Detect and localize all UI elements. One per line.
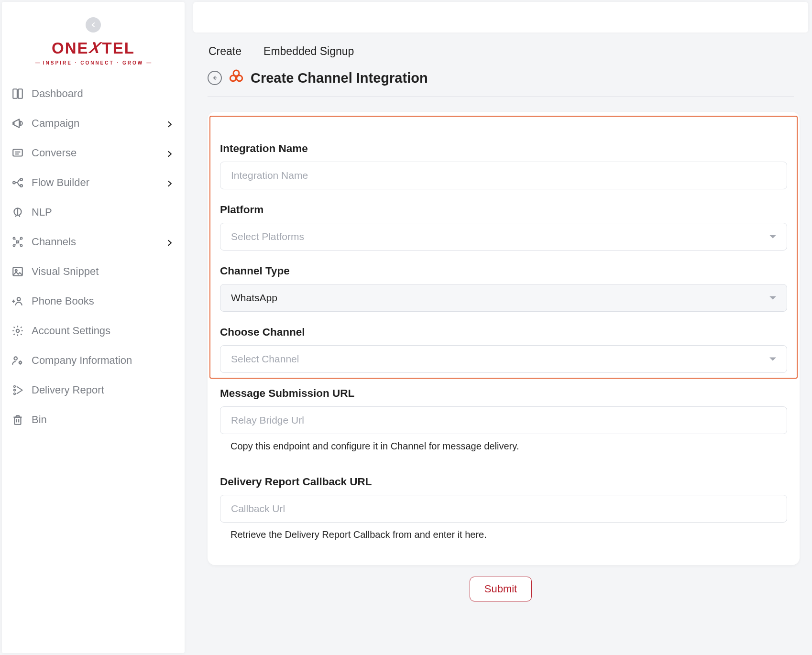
- platform-select[interactable]: Select Platforms: [220, 223, 787, 251]
- tab-embedded-signup[interactable]: Embedded Signup: [263, 45, 354, 58]
- integration-icon: [229, 69, 244, 87]
- label-choose-channel: Choose Channel: [220, 326, 787, 338]
- callback-url-input[interactable]: [231, 495, 776, 522]
- label-channel-type: Channel Type: [220, 265, 787, 277]
- page-title: Create Channel Integration: [251, 70, 428, 86]
- caret-down-icon: [769, 296, 776, 300]
- sidebar-item-label: Delivery Report: [32, 384, 104, 396]
- trash-icon: [11, 413, 25, 427]
- channel-type-value: WhatsApp: [231, 292, 277, 304]
- message-url-input[interactable]: [231, 407, 776, 434]
- logo-part-tel: TEL: [102, 39, 135, 57]
- person-add-icon: [11, 294, 25, 308]
- sidebar-item-label: Converse: [32, 147, 77, 159]
- sidebar-item-label: Flow Builder: [32, 176, 89, 189]
- form-card: Integration Name Platform Select Platfor…: [208, 112, 800, 565]
- chevron-right-icon: [165, 178, 174, 187]
- topbar: [193, 2, 808, 33]
- back-button[interactable]: [208, 71, 222, 85]
- image-icon: [11, 264, 25, 279]
- submit-button[interactable]: Submit: [470, 577, 532, 601]
- platform-select-value: Select Platforms: [231, 231, 304, 242]
- chevron-right-icon: [165, 238, 174, 246]
- chevron-right-icon: [165, 119, 174, 128]
- choose-channel-value: Select Channel: [231, 353, 299, 365]
- flow-icon: [11, 175, 25, 190]
- sidebar-item-account-settings[interactable]: Account Settings: [4, 316, 183, 346]
- sidebar-item-visual-snippet[interactable]: Visual Snippet: [4, 257, 183, 286]
- integration-name-input[interactable]: [231, 162, 776, 189]
- sidebar-item-label: Account Settings: [32, 325, 110, 337]
- sidebar-item-nlp[interactable]: NLP: [4, 197, 183, 227]
- callback-url-field[interactable]: [220, 495, 787, 523]
- sidebar-item-dashboard[interactable]: Dashboard: [4, 79, 183, 109]
- chevron-left-icon: [90, 22, 97, 28]
- sidebar-item-company-information[interactable]: Company Information: [4, 346, 183, 375]
- label-callback-url: Delivery Report Callback URL: [220, 476, 787, 488]
- gear-icon: [11, 324, 25, 338]
- sidebar-collapse-button[interactable]: [86, 17, 101, 33]
- brand-tagline: INSPIRE · CONNECT · GROW: [2, 60, 185, 66]
- sidebar-item-channels[interactable]: Channels: [4, 227, 183, 257]
- callback-url-help: Retrieve the Delivery Report Callback fr…: [220, 529, 787, 540]
- page-header: Create Channel Integration: [193, 69, 808, 87]
- tabs: Create Embedded Signup: [193, 33, 808, 69]
- message-url-field[interactable]: [220, 406, 787, 434]
- logo-part-one: ONE: [52, 39, 89, 57]
- caret-down-icon: [769, 235, 776, 239]
- sidebar-item-label: Campaign: [32, 117, 79, 130]
- sidebar-item-label: Company Information: [32, 354, 132, 367]
- sidebar-item-label: Channels: [32, 236, 76, 248]
- brain-icon: [11, 205, 25, 219]
- submit-wrap: Submit: [193, 577, 808, 601]
- sidebar-item-label: Visual Snippet: [32, 265, 99, 278]
- sidebar-item-bin[interactable]: Bin: [4, 405, 183, 435]
- main-content: Create Embedded Signup Create Channel In…: [185, 0, 812, 655]
- dashboard-icon: [11, 87, 25, 101]
- channels-icon: [11, 235, 25, 249]
- label-message-url: Message Submission URL: [220, 387, 787, 400]
- caret-down-icon: [769, 358, 776, 361]
- sidebar-item-phone-books[interactable]: Phone Books: [4, 286, 183, 316]
- message-url-help: Copy this endpoint and configure it in C…: [220, 441, 787, 452]
- chat-icon: [11, 146, 25, 160]
- sidebar-item-label: NLP: [32, 206, 52, 218]
- label-integration-name: Integration Name: [220, 142, 787, 155]
- integration-name-field[interactable]: [220, 162, 787, 189]
- logo-part-x: X: [88, 39, 103, 57]
- sidebar-item-flow-builder[interactable]: Flow Builder: [4, 168, 183, 197]
- people-gear-icon: [11, 353, 25, 368]
- tab-create[interactable]: Create: [208, 45, 241, 58]
- send-report-icon: [11, 383, 25, 397]
- page-divider: [208, 96, 794, 97]
- arrow-left-icon: [211, 75, 218, 81]
- label-platform: Platform: [220, 204, 787, 216]
- sidebar-item-converse[interactable]: Converse: [4, 138, 183, 168]
- sidebar-item-campaign[interactable]: Campaign: [4, 109, 183, 138]
- sidebar-item-label: Bin: [32, 414, 47, 426]
- sidebar: ONE X TEL INSPIRE · CONNECT · GROW Dashb…: [2, 2, 185, 653]
- sidebar-item-label: Dashboard: [32, 87, 83, 100]
- sidebar-nav: DashboardCampaignConverseFlow BuilderNLP…: [2, 79, 185, 435]
- channel-type-select[interactable]: WhatsApp: [220, 284, 787, 312]
- brand-logo: ONE X TEL INSPIRE · CONNECT · GROW: [2, 39, 185, 66]
- choose-channel-select[interactable]: Select Channel: [220, 345, 787, 373]
- sidebar-item-label: Phone Books: [32, 295, 94, 307]
- chevron-right-icon: [165, 149, 174, 157]
- megaphone-icon: [11, 116, 25, 131]
- sidebar-item-delivery-report[interactable]: Delivery Report: [4, 375, 183, 405]
